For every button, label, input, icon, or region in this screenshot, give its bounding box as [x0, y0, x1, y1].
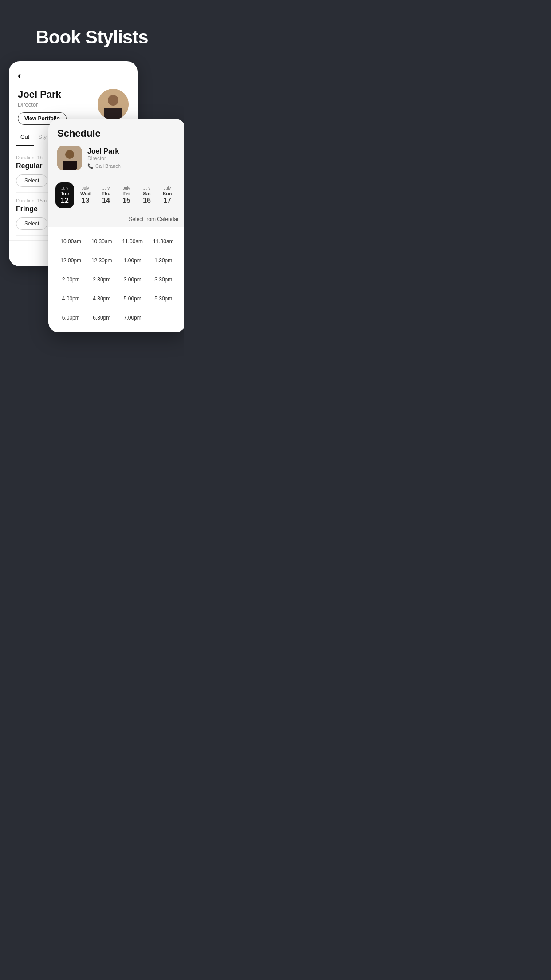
svg-rect-7	[63, 161, 77, 169]
time-slot[interactable]: 3.00pm	[117, 275, 148, 285]
time-slot[interactable]: 2.30pm	[87, 275, 118, 285]
time-row-1: 12.00pm 12.30pm 1.00pm 1.30pm	[55, 251, 179, 270]
time-slot[interactable]: 2.00pm	[55, 275, 87, 285]
stylist-role: Director	[18, 101, 67, 108]
page-header: Book Stylists	[0, 0, 184, 61]
time-row-4: 6.00pm 6.30pm 7.00pm	[55, 308, 179, 327]
time-slot[interactable]: 1.30pm	[148, 256, 179, 265]
back-button[interactable]: ‹	[18, 70, 31, 82]
date-picker: July Tue 12 July Wed 13 July Thu 14 July…	[48, 176, 184, 214]
svg-point-1	[108, 95, 118, 106]
date-item-3[interactable]: July Fri 15	[117, 182, 136, 208]
time-row-0: 10.00am 10.30am 11.00am 11.30am	[55, 232, 179, 251]
schedule-title: Schedule	[57, 128, 177, 139]
time-slot[interactable]: 7.00pm	[117, 313, 148, 323]
time-slot[interactable]: 6.00pm	[55, 313, 87, 323]
select-regular-button[interactable]: Select	[16, 174, 47, 187]
time-slot[interactable]: 1.00pm	[117, 256, 148, 265]
schedule-card: Schedule Joel Park Director 📞 Call B	[48, 119, 184, 332]
schedule-call-branch[interactable]: 📞 Call Branch	[87, 163, 121, 169]
phone-icon: 📞	[87, 163, 94, 169]
page-title: Book Stylists	[9, 27, 175, 48]
time-slot[interactable]: 11.00am	[117, 237, 148, 246]
time-row-2: 2.00pm 2.30pm 3.00pm 3.30pm	[55, 270, 179, 289]
schedule-header-bar: Schedule Joel Park Director 📞 Call B	[48, 119, 184, 176]
svg-rect-3	[104, 108, 122, 117]
time-slot[interactable]: 12.00pm	[55, 256, 87, 265]
time-slot[interactable]: 11.30am	[148, 237, 179, 246]
stylist-name: Joel Park	[18, 89, 67, 100]
schedule-stylist-row: Joel Park Director 📞 Call Branch	[57, 146, 177, 170]
time-slot[interactable]: 3.30pm	[148, 275, 179, 285]
time-slot[interactable]: 10.00am	[55, 237, 87, 246]
time-slot[interactable]: 6.30pm	[87, 313, 118, 323]
schedule-stylist-avatar	[57, 146, 82, 170]
schedule-stylist-info: Joel Park Director 📞 Call Branch	[87, 147, 121, 169]
date-item-5[interactable]: July Sun 17	[158, 182, 177, 208]
cards-wrapper: ‹ Joel Park Director View Portfolio	[0, 61, 184, 461]
svg-point-5	[65, 150, 74, 159]
schedule-stylist-title: Director	[87, 155, 121, 162]
select-fringe-button[interactable]: Select	[16, 217, 47, 230]
time-slot[interactable]: 5.30pm	[148, 294, 179, 304]
time-slots: 10.00am 10.30am 11.00am 11.30am 12.00pm …	[48, 227, 184, 332]
date-item-0[interactable]: July Tue 12	[55, 182, 74, 208]
time-slot[interactable]: 5.00pm	[117, 294, 148, 304]
date-item-4[interactable]: July Sat 16	[138, 182, 156, 208]
stylist-avatar	[98, 89, 129, 120]
time-slot	[148, 313, 179, 323]
time-slot[interactable]: 4.30pm	[87, 294, 118, 304]
date-item-1[interactable]: July Wed 13	[76, 182, 95, 208]
time-slot[interactable]: 12.30pm	[87, 256, 118, 265]
schedule-stylist-name: Joel Park	[87, 147, 121, 155]
time-slot[interactable]: 4.00pm	[55, 294, 87, 304]
date-item-2[interactable]: July Thu 14	[97, 182, 115, 208]
time-row-3: 4.00pm 4.30pm 5.00pm 5.30pm	[55, 289, 179, 308]
calendar-link[interactable]: Select from Calendar	[48, 214, 184, 227]
time-slot[interactable]: 10.30am	[87, 237, 118, 246]
tab-cut[interactable]: Cut	[16, 129, 34, 146]
